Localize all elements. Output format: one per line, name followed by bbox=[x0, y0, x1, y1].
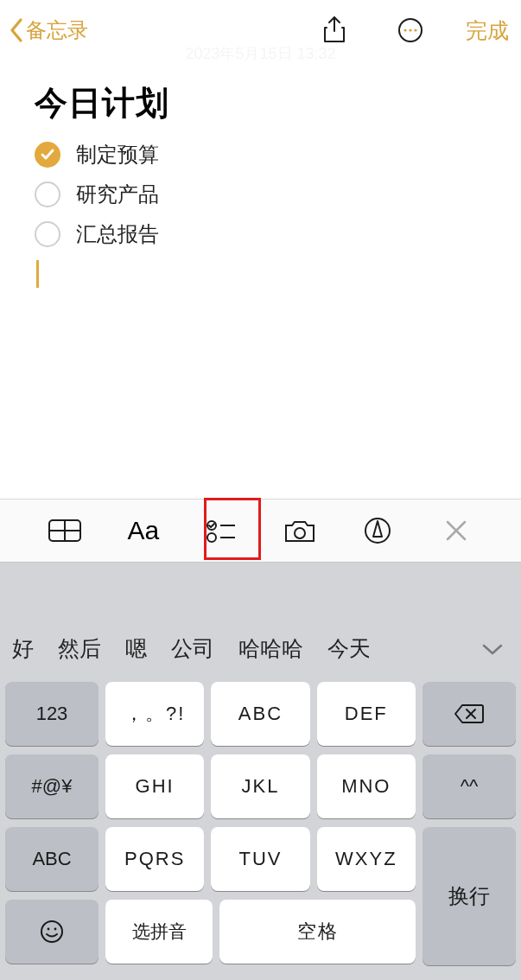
key-123[interactable]: 123 bbox=[5, 682, 98, 746]
svg-point-17 bbox=[54, 928, 57, 931]
more-button[interactable] bbox=[384, 7, 436, 54]
text-cursor bbox=[36, 260, 39, 288]
candidate-word[interactable]: 今天 bbox=[327, 634, 369, 663]
checklist-item-text: 制定预算 bbox=[76, 141, 159, 169]
format-toolbar: Aa bbox=[0, 499, 521, 563]
text-format-button[interactable]: Aa bbox=[118, 507, 169, 554]
back-button[interactable]: 备忘录 bbox=[7, 13, 88, 48]
top-nav: 备忘录 完成 bbox=[0, 0, 521, 60]
key-tuv[interactable]: TUV bbox=[211, 827, 309, 891]
key-emoji[interactable] bbox=[5, 900, 98, 964]
keyboard: 123 #@¥ ABC ，。?! ABC DEF GHI JKL MNO PQR… bbox=[0, 677, 521, 980]
checklist-item-text: 研究产品 bbox=[76, 181, 159, 208]
key-pqrs[interactable]: PQRS bbox=[105, 827, 204, 891]
key-wxyz[interactable]: WXYZ bbox=[317, 827, 416, 891]
key-ghi[interactable]: GHI bbox=[105, 754, 204, 818]
svg-point-15 bbox=[41, 921, 62, 942]
checklist-item-text: 汇总报告 bbox=[76, 220, 159, 248]
svg-point-16 bbox=[48, 928, 50, 931]
key-punct[interactable]: ，。?! bbox=[105, 682, 204, 746]
checklist-item[interactable]: 研究产品 bbox=[35, 181, 486, 208]
svg-point-9 bbox=[207, 533, 216, 542]
share-button[interactable] bbox=[308, 7, 360, 54]
checklist-item[interactable]: 汇总报告 bbox=[35, 220, 486, 248]
key-jkl[interactable]: JKL bbox=[211, 754, 309, 818]
svg-point-2 bbox=[409, 29, 411, 31]
key-abc2[interactable]: ABC bbox=[211, 682, 309, 746]
expand-candidates-button[interactable] bbox=[476, 636, 509, 661]
markup-button[interactable] bbox=[352, 507, 403, 554]
candidate-bar: 好 然后 嗯 公司 哈哈哈 今天 bbox=[0, 620, 521, 677]
keyboard-gap bbox=[0, 563, 521, 620]
svg-point-3 bbox=[414, 29, 416, 31]
key-face[interactable]: ^^ bbox=[423, 754, 516, 818]
done-button[interactable]: 完成 bbox=[466, 16, 509, 45]
checklist-item[interactable]: 制定预算 bbox=[35, 141, 486, 169]
key-def[interactable]: DEF bbox=[317, 682, 416, 746]
key-backspace[interactable] bbox=[423, 682, 516, 746]
aa-label: Aa bbox=[127, 516, 159, 545]
close-keyboard-button[interactable] bbox=[430, 507, 482, 554]
checklist-button[interactable] bbox=[195, 507, 247, 554]
candidate-word[interactable]: 好 bbox=[12, 634, 34, 663]
back-label: 备忘录 bbox=[26, 16, 88, 44]
table-button[interactable] bbox=[39, 507, 91, 554]
key-abc[interactable]: ABC bbox=[5, 827, 98, 891]
note-title: 今日计划 bbox=[35, 81, 486, 125]
key-space[interactable]: 空格 bbox=[219, 900, 416, 964]
candidate-word[interactable]: 公司 bbox=[171, 634, 214, 663]
checkbox-checked-icon[interactable] bbox=[35, 142, 60, 168]
candidate-word[interactable]: 哈哈哈 bbox=[238, 634, 303, 663]
checkbox-unchecked-icon[interactable] bbox=[35, 181, 60, 207]
candidate-word[interactable]: 嗯 bbox=[125, 634, 147, 663]
svg-point-11 bbox=[295, 528, 305, 538]
key-symbols[interactable]: #@¥ bbox=[5, 754, 98, 818]
note-body[interactable]: 今日计划 制定预算 研究产品 汇总报告 bbox=[0, 60, 521, 288]
key-mno[interactable]: MNO bbox=[317, 754, 416, 818]
key-select-pinyin[interactable]: 选拼音 bbox=[105, 900, 213, 964]
camera-button[interactable] bbox=[274, 507, 326, 554]
chevron-left-icon bbox=[7, 13, 26, 48]
key-return[interactable]: 换行 bbox=[423, 827, 516, 965]
candidate-word[interactable]: 然后 bbox=[58, 634, 101, 663]
svg-point-1 bbox=[403, 29, 406, 31]
checkbox-unchecked-icon[interactable] bbox=[35, 221, 60, 247]
